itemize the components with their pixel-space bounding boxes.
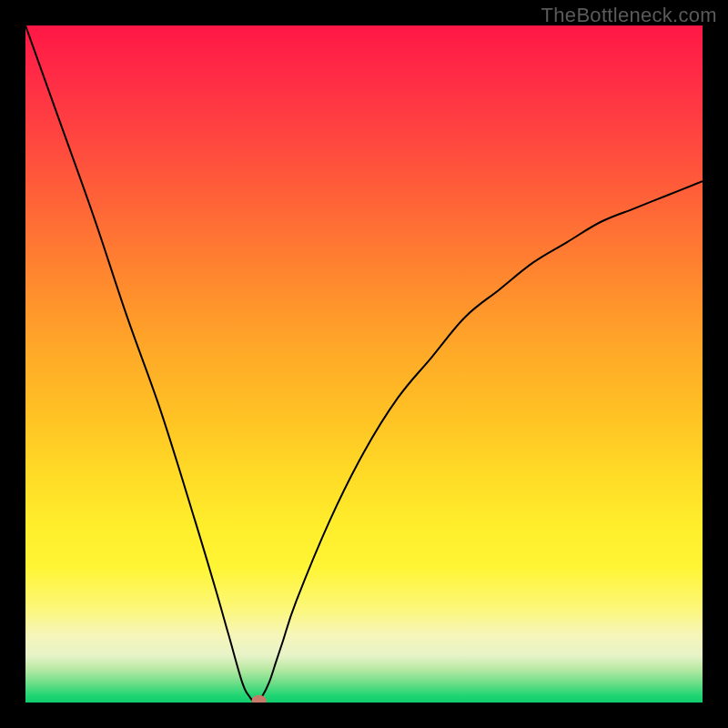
optimal-point-marker (251, 695, 266, 703)
chart-frame: TheBottleneck.com (0, 0, 728, 728)
plot-area (25, 25, 703, 703)
watermark-text: TheBottleneck.com (541, 4, 717, 27)
curve-svg (25, 25, 703, 703)
bottleneck-curve (25, 25, 703, 703)
